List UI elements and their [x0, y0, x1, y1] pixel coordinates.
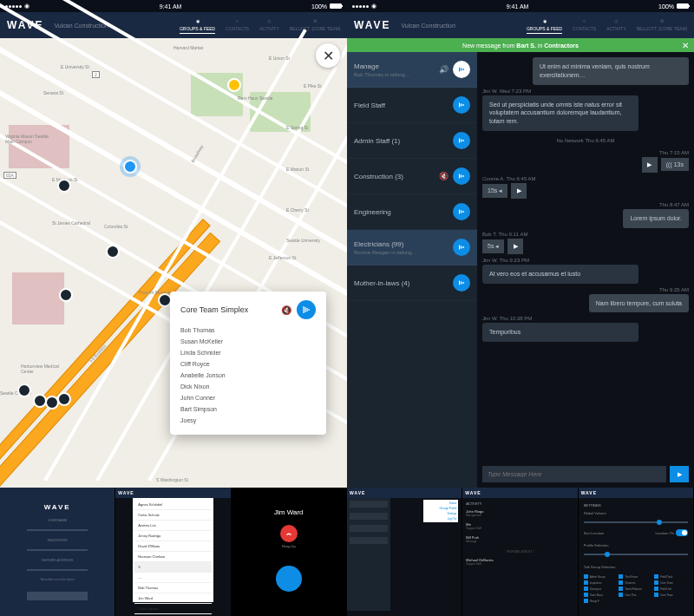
group-item[interactable]: Engineering	[347, 194, 477, 230]
contact-item[interactable]: Colin Lipswit	[134, 604, 211, 614]
group-item[interactable]: Admin Staff (1)	[347, 123, 477, 159]
chat-message: No Network Thu 6:45 AM	[482, 138, 689, 143]
tab-groups-feed[interactable]: ◉GROUPS & FEED	[180, 16, 215, 34]
speaker-icon[interactable]: 🔊	[439, 65, 448, 74]
map-pin[interactable]	[57, 392, 71, 406]
end-call-button[interactable]	[280, 525, 298, 542]
contact-item[interactable]: Andrea List	[134, 521, 211, 531]
thumb-login[interactable]: WAVE USERNAME PASSWORD SERVER ADDRESS Re…	[0, 488, 115, 616]
play-button[interactable]: ▶	[507, 239, 523, 254]
activity-item[interactable]: Michael DeBonitaSupport Staff	[466, 558, 573, 568]
popup-member[interactable]: John Conner	[180, 392, 316, 403]
tab-user[interactable]: ⚙BELLIOTT, [CORE TEAM]	[637, 16, 687, 34]
checkbox-item[interactable]: Team Rubicon	[619, 587, 652, 591]
notification-banner[interactable]: New message from Bart S. in Contractors …	[347, 38, 694, 52]
checkbox-item[interactable]: Team Basic	[584, 593, 618, 597]
checkbox-item[interactable]: Core Team	[654, 580, 688, 585]
dropdown-menu[interactable]: Status Change Profile Settings Log Out	[423, 500, 458, 522]
thumb-groups[interactable]: WAVE Status Change Profile Settings Log …	[347, 488, 462, 616]
checkbox-item[interactable]: Core One	[619, 593, 652, 597]
thumb-activity[interactable]: WAVE ACTIVITY John RingoManagementMeSupp…	[462, 488, 578, 616]
group-item[interactable]: Field Staff	[347, 88, 477, 123]
contact-item[interactable]: …	[134, 573, 211, 583]
map-pin[interactable]	[57, 179, 71, 193]
checkbox-item[interactable]: Tech Force	[619, 574, 652, 579]
checkbox-item[interactable]: Group F	[584, 599, 618, 603]
activity-item[interactable]: MeSupport Staff	[466, 522, 573, 533]
group-item[interactable]: Electricians (99)Ronnie Reagan is talkin…	[347, 230, 477, 265]
chat-feed[interactable]: Ut enim ad minima veniam, quis nostrum e…	[477, 52, 694, 488]
contact-item[interactable]: Agnes Schlobel	[134, 500, 211, 510]
signin-button[interactable]	[27, 592, 88, 600]
activity-icon: ◷	[265, 16, 273, 25]
ptt-button[interactable]	[453, 61, 470, 78]
send-button[interactable]: ▶	[670, 466, 689, 482]
group-item[interactable]: Mother-in-laws (4)	[347, 265, 477, 301]
tab-contacts[interactable]: ☺CONTACTS	[226, 16, 249, 34]
contact-item[interactable]: Jenny Rodrigo	[134, 531, 211, 541]
checkbox-item[interactable]: Field Desk	[654, 574, 688, 579]
popup-member[interactable]: Cliff Royce	[180, 358, 316, 370]
contact-item[interactable]: Harrison Chelsea	[134, 552, 211, 562]
ptt-button[interactable]	[276, 566, 302, 592]
message-bubble: Ut enim ad minima veniam, quis nostrum e…	[533, 57, 689, 85]
contact-item[interactable]: David D'Maria	[134, 541, 211, 552]
message-input[interactable]	[482, 466, 666, 482]
ptt-button[interactable]	[453, 203, 470, 220]
contact-item[interactable]: Jim Ward	[134, 593, 211, 604]
map-pin-user[interactable]	[123, 160, 137, 174]
ptt-button[interactable]	[453, 274, 470, 292]
map-pin[interactable]	[227, 78, 241, 92]
checkbox-item[interactable]: Admin Group	[584, 574, 618, 579]
mute-icon[interactable]: 🔇	[439, 172, 448, 180]
group-item[interactable]: Construction (3)🔇	[347, 159, 477, 194]
popup-member[interactable]: Susan McKeller	[180, 336, 316, 347]
message-bubble: Temporibus	[482, 323, 638, 342]
thumb-settings[interactable]: WAVE SETTINGS Global Volume Sort Locatio…	[579, 488, 694, 616]
checkbox-item[interactable]: Core Team	[654, 593, 688, 597]
thumb-call[interactable]: Jim Ward Hang Up	[232, 488, 347, 616]
wifi-icon: ◉	[24, 3, 29, 10]
ptt-button[interactable]	[453, 132, 470, 149]
popup-member[interactable]: Bart Simpson	[180, 403, 316, 415]
popup-member[interactable]: Dick Nixon	[180, 381, 316, 392]
popup-member[interactable]: Linda Schnider	[180, 347, 316, 358]
tab-activity[interactable]: ◷ACTIVITY	[259, 16, 279, 34]
tab-groups-feed[interactable]: ◉GROUPS & FEED	[527, 16, 562, 34]
location-toggle[interactable]	[676, 529, 688, 536]
play-button[interactable]: ▶	[642, 157, 658, 173]
activity-item[interactable]: Bill ParkMessage	[466, 535, 573, 546]
ptt-button[interactable]	[297, 300, 316, 319]
map-pin[interactable]	[59, 288, 73, 302]
thumb-contacts[interactable]: WAVE Agnes SchlobelCintia SchnitzAndrea …	[115, 488, 231, 616]
close-button[interactable]: ✕	[316, 43, 340, 68]
popup-member[interactable]: Joesy	[180, 415, 316, 426]
tab-user[interactable]: ⚙BELLIOTT, [CORE TEAM]	[290, 16, 340, 34]
activity-item[interactable]: John RingoManagement	[466, 509, 573, 520]
group-item[interactable]: ManageBob Thomas is talking…🔊	[347, 52, 477, 88]
groups-icon: ◉	[193, 16, 202, 25]
map-pin[interactable]	[17, 383, 31, 397]
checkbox-item[interactable]: Cleaners	[619, 580, 652, 585]
volume-slider[interactable]	[584, 521, 688, 523]
map-pin[interactable]	[106, 245, 120, 259]
play-button[interactable]: ▶	[511, 183, 527, 199]
contact-item[interactable]: Cintia Schnitz	[134, 510, 211, 521]
ptt-button[interactable]	[453, 167, 470, 185]
tab-activity[interactable]: ◷ACTIVITY	[606, 16, 626, 34]
tab-contacts[interactable]: ☺CONTACTS	[573, 16, 596, 34]
mute-icon[interactable]: 🔇	[281, 305, 291, 315]
chat-message: Bob T. Thu 9:11 AM5s ◂▶	[482, 232, 689, 254]
popup-member[interactable]: Anabelle Jonson	[180, 370, 316, 381]
contact-item[interactable]: Bob Thomas	[134, 583, 211, 593]
ptt-button[interactable]	[453, 96, 470, 114]
wifi-icon: ◉	[371, 3, 376, 10]
popup-member[interactable]: Bob Thomas	[180, 324, 316, 336]
ptt-button[interactable]	[453, 239, 470, 256]
activity-item[interactable]: THURSDAY, AUGUST 7	[466, 548, 573, 555]
checkbox-item[interactable]: Surveyors	[584, 587, 618, 591]
checkbox-item[interactable]: Field Unit	[654, 587, 688, 591]
banner-close-icon[interactable]: ✕	[682, 41, 689, 50]
chat-message: Ut enim ad minima veniam, quis nostrum e…	[482, 57, 689, 85]
checkbox-item[interactable]: Inspectors	[584, 580, 618, 585]
